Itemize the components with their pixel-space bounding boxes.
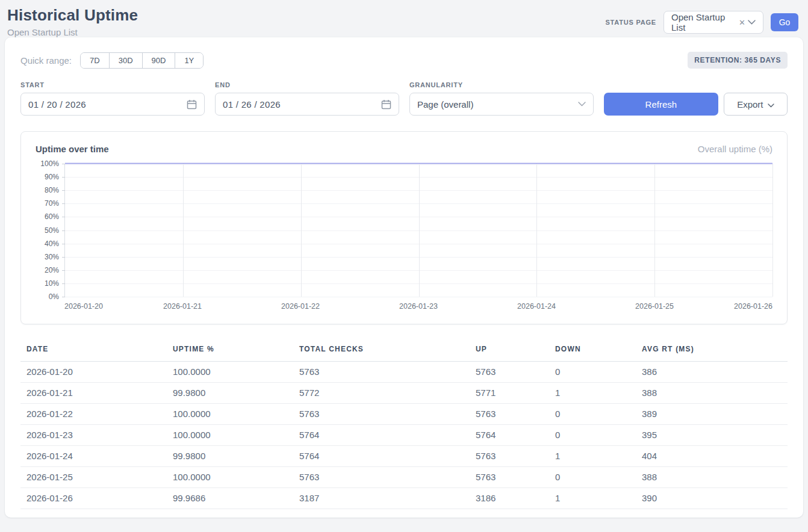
table-cell: 100.0000 — [167, 467, 293, 488]
table-cell: 5763 — [293, 362, 470, 383]
end-date-input[interactable]: 01 / 26 / 2026 — [215, 93, 399, 116]
table-cell: 2026-01-20 — [20, 362, 167, 383]
y-tick-mark — [62, 203, 65, 204]
status-page-select[interactable]: Open Startup List ✕ — [663, 11, 763, 34]
chevron-down-icon — [768, 99, 774, 110]
y-tick-label: 40% — [45, 240, 59, 247]
table-cell: 2026-01-21 — [20, 383, 167, 404]
table-cell: 100.0000 — [167, 425, 293, 446]
table-row: 2026-01-25100.0000576357630388 — [20, 467, 788, 488]
table-row: 2026-01-23100.0000576457640395 — [20, 425, 788, 446]
chart-x-axis: 2026-01-202026-01-212026-01-222026-01-23… — [64, 302, 772, 314]
granularity-field: GRANULARITY Page (overall) — [409, 81, 594, 116]
table-cell: 404 — [636, 446, 788, 467]
table-row: 2026-01-2199.9800577257711388 — [20, 383, 788, 404]
table-cell: 0 — [549, 467, 636, 488]
y-tick-mark — [62, 270, 65, 271]
quick-range-90d-button[interactable]: 90D — [143, 53, 176, 68]
table-cell: 1 — [549, 446, 636, 467]
retention-badge: RETENTION: 365 DAYS — [688, 52, 788, 69]
table-row: 2026-01-20100.0000576357630386 — [20, 362, 788, 383]
table-cell: 390 — [636, 488, 788, 509]
table-cell: 5763 — [470, 404, 549, 425]
header-controls: STATUS PAGE Open Startup List ✕ Go — [605, 11, 798, 34]
table-cell: 100.0000 — [167, 404, 293, 425]
table-cell: 0 — [549, 362, 636, 383]
export-button-label: Export — [737, 99, 763, 110]
quick-range-30d-button[interactable]: 30D — [110, 53, 143, 68]
v-gridline — [536, 164, 537, 297]
end-label: END — [215, 81, 399, 88]
table-cell: 2026-01-23 — [20, 425, 167, 446]
x-tick-label: 2026-01-22 — [281, 302, 320, 311]
y-tick-label: 100% — [40, 160, 59, 167]
y-tick-mark — [62, 230, 65, 231]
table-cell: 99.9686 — [167, 488, 293, 509]
quick-range-group: 7D30D90D1Y — [80, 52, 204, 69]
go-button[interactable]: Go — [771, 13, 798, 31]
table-cell: 395 — [636, 425, 788, 446]
granularity-select[interactable]: Page (overall) — [409, 93, 594, 116]
y-tick-label: 70% — [45, 200, 59, 207]
y-tick-label: 20% — [45, 267, 59, 274]
y-tick-label: 80% — [45, 187, 59, 194]
start-date-value: 01 / 20 / 2026 — [28, 99, 86, 110]
y-tick-mark — [62, 217, 65, 217]
export-button[interactable]: Export — [724, 93, 788, 116]
start-label: START — [20, 81, 205, 88]
x-tick-label: 2026-01-23 — [399, 302, 438, 311]
y-tick-mark — [62, 244, 65, 244]
status-page-selected-value: Open Startup List — [671, 12, 736, 32]
table-row: 2026-01-2699.9686318731861390 — [20, 488, 788, 509]
table-cell: 5764 — [470, 425, 549, 446]
y-tick-mark — [62, 164, 65, 164]
v-gridline — [301, 164, 302, 297]
x-tick-label: 2026-01-20 — [64, 302, 103, 311]
header-titles: Historical Uptime Open Startup List — [7, 6, 138, 37]
table-cell: 3187 — [293, 488, 470, 509]
calendar-icon[interactable] — [187, 99, 197, 110]
quick-range-7d-button[interactable]: 7D — [81, 53, 110, 68]
table-row: 2026-01-2499.9800576457631404 — [20, 446, 788, 467]
column-header: DATE — [20, 339, 167, 362]
page-title: Historical Uptime — [7, 6, 138, 25]
table-cell: 0 — [549, 425, 636, 446]
chart-title: Uptime over time — [36, 144, 109, 154]
table-cell: 5764 — [293, 446, 470, 467]
end-date-value: 01 / 26 / 2026 — [223, 99, 281, 110]
table-cell: 388 — [636, 383, 788, 404]
table-cell: 1 — [549, 383, 636, 404]
page-header: Historical Uptime Open Startup List STAT… — [0, 0, 808, 37]
start-date-field: START 01 / 20 / 2026 — [20, 81, 205, 116]
table-cell: 5764 — [293, 425, 470, 446]
table-cell: 0 — [549, 404, 636, 425]
table-header-row: DATEUPTIME %TOTAL CHECKSUPDOWNAVG RT (MS… — [20, 339, 788, 362]
chart-body: 100%90%80%70%60%50%40%30%20%10%0% — [36, 164, 772, 297]
refresh-button[interactable]: Refresh — [604, 93, 718, 116]
y-tick-label: 90% — [45, 173, 59, 181]
start-date-input[interactable]: 01 / 20 / 2026 — [20, 93, 205, 116]
h-gridline — [65, 297, 772, 297]
filter-fields-row: START 01 / 20 / 2026 END 01 / 26 / 2026 … — [20, 81, 788, 116]
table-cell: 386 — [636, 362, 788, 383]
quick-range-1y-button[interactable]: 1Y — [175, 53, 203, 68]
table-body: 2026-01-20100.00005763576303862026-01-21… — [20, 362, 788, 509]
y-tick-mark — [62, 297, 65, 297]
chart-plot-area — [64, 164, 772, 297]
y-tick-label: 60% — [45, 213, 59, 220]
y-tick-mark — [62, 177, 65, 178]
table-cell: 5771 — [470, 383, 549, 404]
table-cell: 2026-01-26 — [20, 488, 167, 509]
table-cell: 3186 — [470, 488, 549, 509]
column-header: AVG RT (MS) — [636, 339, 788, 362]
uptime-chart-card: Uptime over time Overall uptime (%) 100%… — [20, 131, 788, 324]
clear-icon[interactable]: ✕ — [739, 18, 745, 27]
y-tick-mark — [62, 257, 65, 258]
chart-legend: Overall uptime (%) — [698, 144, 772, 154]
chart-y-axis: 100%90%80%70%60%50%40%30%20%10%0% — [36, 164, 64, 297]
main-panel: Quick range: 7D30D90D1Y RETENTION: 365 D… — [5, 37, 803, 518]
calendar-icon[interactable] — [381, 99, 391, 110]
x-tick-label: 2026-01-25 — [635, 302, 674, 311]
table-cell: 2026-01-24 — [20, 446, 167, 467]
y-tick-label: 30% — [45, 253, 59, 261]
